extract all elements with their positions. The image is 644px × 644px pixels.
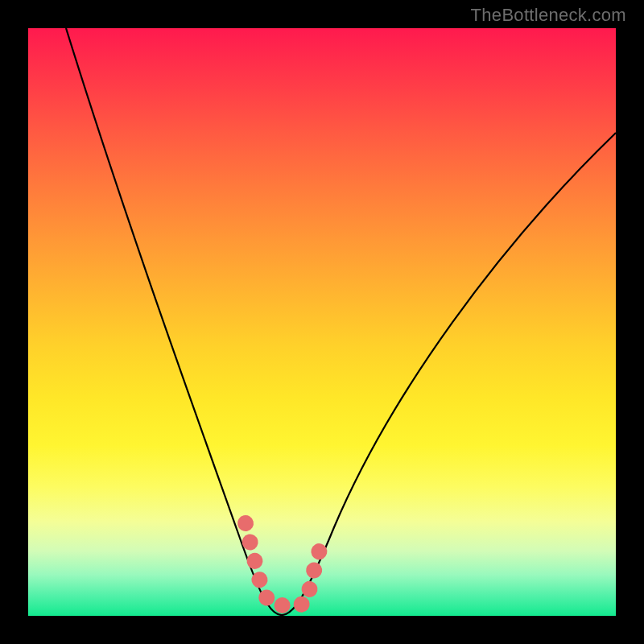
- watermark-text: TheBottleneck.com: [471, 5, 626, 26]
- highlighted-segment: [246, 523, 320, 605]
- plot-area: [28, 28, 616, 616]
- chart-frame: TheBottleneck.com: [0, 0, 644, 644]
- chart-svg: [28, 28, 616, 616]
- bottleneck-curve: [66, 28, 616, 615]
